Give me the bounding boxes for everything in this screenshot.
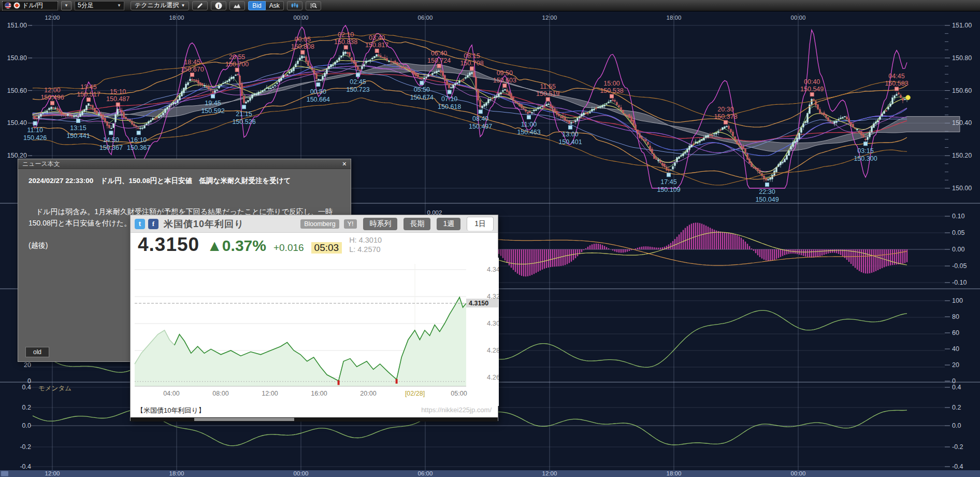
candle-chart-button[interactable] [287, 1, 302, 10]
svg-text:150.463: 150.463 [517, 129, 540, 136]
draw-pencil-button[interactable] [192, 1, 208, 10]
svg-text:00:00: 00:00 [791, 15, 806, 21]
svg-text:0.4: 0.4 [952, 384, 961, 391]
svg-text:02:10: 02:10 [338, 31, 354, 38]
bid-button[interactable]: Bid [248, 1, 265, 10]
svg-text:12:00: 12:00 [262, 390, 278, 397]
svg-text:150.80: 150.80 [952, 54, 972, 62]
high-marker [895, 87, 899, 91]
tab-timeseries[interactable]: 時系列 [363, 218, 397, 230]
yield-chart-canvas[interactable]: 4.344.324.304.284.264.315004:0008:0012:0… [131, 258, 499, 406]
info-icon: i [215, 2, 222, 9]
svg-text:08:15: 08:15 [464, 52, 480, 60]
svg-text:09:50: 09:50 [497, 69, 513, 77]
svg-text:151.00: 151.00 [952, 22, 972, 29]
high-marker [116, 103, 120, 106]
yield-change-percent: ▲0.37% [207, 237, 266, 255]
low-marker [109, 131, 113, 135]
currency-pair-label: ドル/円 [22, 1, 43, 10]
high-marker [546, 97, 550, 101]
svg-text:05:50: 05:50 [414, 86, 430, 93]
candlestick-icon [291, 2, 298, 9]
tab-longterm[interactable]: 長期 [403, 218, 430, 230]
svg-text:07:10: 07:10 [441, 95, 457, 103]
widget-scrollbar-thumb[interactable] [194, 418, 294, 421]
svg-text:150.60: 150.60 [952, 87, 972, 94]
svg-text:4.26: 4.26 [487, 373, 499, 381]
technical-select-button[interactable]: テクニカル選択 ▼ [131, 1, 189, 10]
svg-text:150.109: 150.109 [657, 186, 680, 193]
svg-text:02:45: 02:45 [350, 78, 366, 86]
svg-text:4.28: 4.28 [487, 346, 499, 354]
svg-text:150.838: 150.838 [334, 38, 357, 46]
svg-text:14:50: 14:50 [103, 136, 119, 144]
currency-pair-selector[interactable]: ドル/円 [2, 1, 58, 10]
info-button[interactable]: i [211, 1, 226, 10]
svg-text:150.664: 150.664 [307, 96, 330, 103]
twitter-icon[interactable]: t [135, 219, 145, 229]
svg-text:150.00: 150.00 [952, 185, 972, 192]
svg-text:11:10: 11:10 [27, 127, 43, 134]
svg-text:22:30: 22:30 [759, 188, 775, 195]
old-button[interactable]: old [25, 347, 49, 357]
yahoo-link[interactable]: Y! [344, 219, 357, 229]
bottom-time-axis[interactable]: 12:0018:0000:0006:0012:0018:0000:00 [0, 470, 980, 477]
svg-text:16:00: 16:00 [311, 390, 327, 397]
svg-text:4.34: 4.34 [487, 265, 499, 273]
trading-app: ドル/円 ▼ 5分足 ▼ テクニカル選択 ▼ i Bid Ask [0, 0, 980, 477]
low-marker [242, 105, 246, 109]
svg-text:150.723: 150.723 [346, 86, 369, 93]
svg-text:00:00: 00:00 [294, 15, 309, 21]
svg-text:150.549: 150.549 [800, 86, 824, 93]
quote-time-badge: 05:03 [311, 242, 342, 254]
toolbar: ドル/円 ▼ 5分足 ▼ テクニカル選択 ▼ i Bid Ask [0, 0, 980, 11]
svg-text:0.2: 0.2 [952, 404, 961, 411]
svg-text:06:00: 06:00 [418, 15, 433, 21]
svg-text:150.80: 150.80 [7, 54, 27, 62]
svg-text:00:50: 00:50 [310, 88, 326, 95]
svg-text:150.592: 150.592 [201, 107, 224, 115]
high-marker [375, 49, 379, 52]
svg-text:150.708: 150.708 [460, 60, 483, 67]
tab-1week[interactable]: 1週 [437, 218, 460, 230]
widget-scrollbar[interactable] [131, 417, 498, 422]
svg-text:-0.4: -0.4 [952, 463, 963, 470]
svg-text:12:00: 12:00 [45, 470, 60, 476]
bloomberg-link[interactable]: Bloomberg [300, 219, 339, 229]
svg-text:150.674: 150.674 [410, 94, 434, 101]
svg-text:13:45: 13:45 [80, 83, 96, 91]
scrollbar-handle[interactable] [1, 471, 8, 476]
svg-text:0.10: 0.10 [952, 213, 964, 220]
svg-text:18:45: 18:45 [184, 59, 200, 66]
pair-dropdown-button[interactable]: ▼ [61, 1, 71, 10]
widget-footer-url[interactable]: https://nikkei225jp.com/ [421, 406, 492, 415]
zoom-button[interactable] [306, 1, 321, 10]
facebook-icon[interactable]: f [148, 219, 158, 229]
area-chart-button[interactable] [229, 1, 245, 10]
svg-text:20: 20 [952, 361, 959, 369]
ask-button[interactable]: Ask [266, 1, 284, 10]
high-marker [610, 94, 614, 98]
high-marker [51, 101, 54, 105]
svg-text:150.367: 150.367 [127, 144, 150, 151]
svg-text:-0.10: -0.10 [952, 279, 967, 286]
svg-text:100: 100 [952, 297, 963, 304]
svg-text:150.20: 150.20 [952, 152, 972, 159]
bid-ask-toggle: Bid Ask [248, 1, 283, 10]
svg-text:150.517: 150.517 [77, 91, 100, 98]
low-marker [569, 125, 572, 129]
high-marker [437, 64, 441, 68]
day-low: L: 4.2570 [349, 245, 380, 254]
us-flag-icon [5, 2, 11, 9]
svg-text:13:15: 13:15 [70, 124, 86, 132]
svg-text:12:00: 12:00 [45, 15, 60, 21]
news-window-titlebar[interactable]: ニュース本文 × [18, 159, 351, 169]
timeframe-select[interactable]: 5分足 ▼ [75, 1, 124, 10]
tab-1day[interactable]: 1日 [467, 217, 494, 231]
close-icon[interactable]: × [342, 160, 347, 167]
high-marker [724, 120, 728, 124]
svg-text:150.487: 150.487 [106, 95, 129, 103]
svg-text:00:00: 00:00 [294, 470, 309, 476]
low-marker [527, 116, 531, 119]
svg-text:150.583: 150.583 [885, 80, 908, 87]
